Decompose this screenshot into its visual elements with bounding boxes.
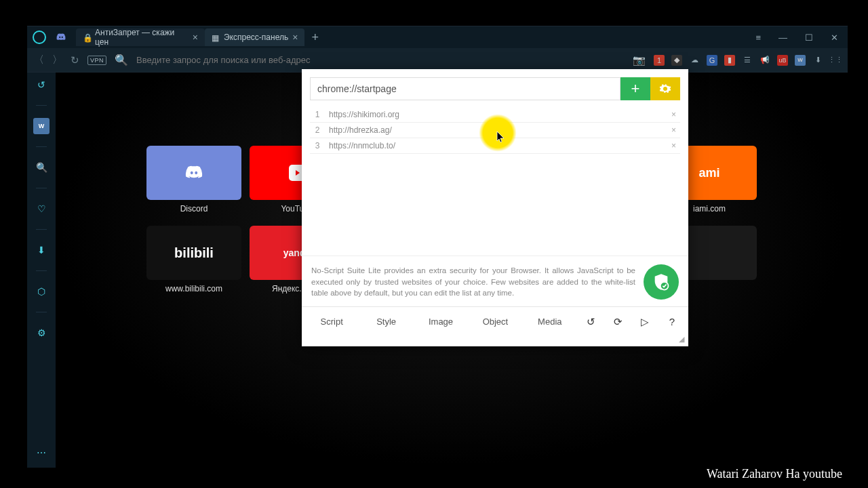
- vpn-badge[interactable]: VPN: [87, 56, 106, 65]
- tile-caption: www.bilibili.com: [146, 284, 241, 293]
- row-index: 1: [311, 110, 323, 119]
- remove-icon[interactable]: ×: [669, 125, 679, 135]
- extension-icons: 1 ◆ ☁ G ▮ ☰ 📢 uB W ⬇ ⋮⋮: [654, 55, 841, 66]
- menu-button[interactable]: ≡: [755, 33, 761, 43]
- cube-icon[interactable]: ⬡: [33, 283, 50, 300]
- resize-icon[interactable]: ◢: [302, 335, 688, 346]
- minimize-button[interactable]: —: [778, 33, 787, 43]
- remove-icon[interactable]: ×: [669, 141, 679, 150]
- window-controls: ≡ — ☐ ✕: [755, 33, 842, 43]
- close-button[interactable]: ✕: [831, 33, 838, 43]
- grid-icon: ▦: [212, 33, 220, 41]
- camera-icon[interactable]: 📷: [633, 54, 646, 66]
- tile-caption: Discord: [146, 204, 241, 214]
- tile-box[interactable]: bilibili: [146, 226, 241, 280]
- discord-icon[interactable]: [56, 33, 66, 42]
- add-button[interactable]: +: [620, 77, 650, 100]
- whitelist-row: 1https://shikimori.org×: [310, 107, 680, 123]
- divider: [36, 188, 47, 188]
- redo-icon[interactable]: ⟳: [604, 316, 631, 328]
- ext-icon[interactable]: W: [795, 55, 806, 66]
- search-icon: 🔍: [115, 54, 128, 66]
- back-button[interactable]: 〈: [34, 54, 44, 66]
- divider: [36, 105, 47, 106]
- opera-logo-icon: [33, 30, 46, 44]
- whitelist-row: 3https://nnmclub.to/×: [310, 138, 680, 154]
- settings-icon[interactable]: ⋮⋮: [830, 55, 841, 66]
- speed-dial-tile[interactable]: Discord: [146, 146, 241, 214]
- undo-icon[interactable]: ↺: [577, 316, 604, 328]
- popup-tab-style[interactable]: Style: [359, 311, 413, 332]
- whitelist-url-input[interactable]: [310, 77, 620, 100]
- tab-express-panel[interactable]: ▦ Экспресс-панель ×: [205, 28, 304, 46]
- row-url: https://nnmclub.to/: [323, 141, 669, 150]
- lock-icon: 🔒: [83, 33, 91, 41]
- ext-icon[interactable]: uB: [777, 55, 788, 66]
- maximize-button[interactable]: ☐: [805, 33, 813, 43]
- popup-tab-media[interactable]: Media: [523, 311, 577, 332]
- ext-icon[interactable]: 📢: [760, 55, 770, 66]
- popup-description: No-Script Suite Lite provides an extra s…: [302, 256, 688, 306]
- help-icon[interactable]: ?: [658, 316, 686, 327]
- gear-icon[interactable]: ⚙: [33, 325, 50, 341]
- row-url: https://shikimori.org: [323, 110, 669, 119]
- more-icon[interactable]: ⋯: [33, 445, 50, 461]
- description-text: No-Script Suite Lite provides an extra s…: [311, 265, 635, 299]
- search-icon[interactable]: 🔍: [33, 159, 50, 176]
- shield-icon: [644, 264, 679, 300]
- remove-icon[interactable]: ×: [669, 110, 679, 119]
- ext-icon[interactable]: ☁: [689, 55, 700, 66]
- tab-antizapret[interactable]: 🔒 АнтиЗапрет — скажи цен ×: [76, 28, 205, 46]
- download-icon[interactable]: ⬇: [33, 242, 50, 258]
- tab-label: АнтиЗапрет — скажи цен: [95, 28, 189, 47]
- divider: [36, 146, 47, 147]
- ext-icon[interactable]: G: [707, 55, 717, 66]
- close-icon[interactable]: ×: [292, 32, 298, 43]
- popup-tab-image[interactable]: Image: [414, 311, 468, 332]
- row-url: http://hdrezka.ag/: [323, 125, 669, 135]
- download-icon[interactable]: ⬇: [812, 55, 823, 66]
- url-input[interactable]: [136, 55, 625, 65]
- row-index: 2: [311, 125, 323, 135]
- whitelist-row: 2http://hdrezka.ag/×: [310, 123, 680, 138]
- close-icon[interactable]: ×: [193, 32, 198, 43]
- row-index: 3: [311, 141, 323, 150]
- ext-icon[interactable]: ▮: [724, 55, 735, 66]
- tile-box[interactable]: [146, 146, 241, 200]
- extension-popup: + 1https://shikimori.org×2http://hdrezka…: [302, 69, 688, 346]
- reload-button[interactable]: ↻: [71, 54, 79, 66]
- tab-label: Экспресс-панель: [224, 33, 288, 42]
- ext-icon[interactable]: ☰: [742, 55, 753, 66]
- vk-icon[interactable]: W: [33, 118, 50, 134]
- forward-button[interactable]: 〉: [52, 54, 62, 66]
- heart-icon[interactable]: ♡: [33, 201, 50, 217]
- titlebar: 🔒 АнтиЗапрет — скажи цен × ▦ Экспресс-па…: [27, 26, 848, 48]
- ext-icon[interactable]: ◆: [671, 55, 682, 66]
- ext-icon[interactable]: 1: [654, 55, 665, 66]
- divider: [36, 312, 47, 312]
- whitelist: 1https://shikimori.org×2http://hdrezka.a…: [302, 107, 688, 154]
- divider: [36, 270, 47, 271]
- popup-tabs: ScriptStyleImageObjectMedia↺⟳▷?: [302, 306, 688, 335]
- watermark: Watari Zaharov Ha youtube: [686, 460, 868, 488]
- popup-tab-script[interactable]: Script: [304, 311, 359, 332]
- popup-tab-object[interactable]: Object: [468, 311, 522, 332]
- popup-top: +: [302, 69, 688, 107]
- speed-dial-tile[interactable]: bilibiliwww.bilibili.com: [146, 226, 241, 293]
- settings-button[interactable]: [650, 77, 680, 100]
- new-tab-button[interactable]: +: [304, 30, 326, 45]
- sidebar-rail: ↺ W 🔍 ♡ ⬇ ⬡ ⚙ ⋯: [27, 73, 56, 468]
- play-icon[interactable]: ▷: [631, 316, 658, 328]
- divider: [36, 229, 47, 230]
- history-icon[interactable]: ↺: [33, 77, 50, 93]
